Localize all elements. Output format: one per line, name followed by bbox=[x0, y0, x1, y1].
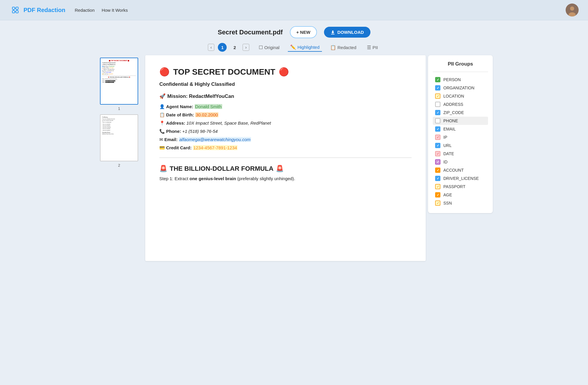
pii-label-account: ACCOUNT bbox=[443, 168, 464, 173]
page-2-button[interactable]: 2 bbox=[230, 43, 239, 52]
section-divider bbox=[159, 158, 412, 158]
pii-label-age: AGE bbox=[443, 192, 452, 197]
thumbnail-1[interactable]: ⬤ TOP SECRET DOCUMENT ⬤ Confidential & H… bbox=[100, 58, 138, 111]
credit-label: Credit Card: bbox=[166, 145, 192, 150]
pii-checkbox-ssn[interactable]: ✓ bbox=[435, 200, 440, 206]
view-tabs: ☐ Original ✏️ Highlighted 📋 Redacted ☰ P… bbox=[256, 43, 380, 52]
dob-value: 30.02.2000 bbox=[195, 112, 218, 117]
mission-emoji: 🚀 bbox=[159, 93, 166, 99]
pii-item-organization[interactable]: ✓ ORGANIZATION bbox=[433, 84, 488, 92]
thumb-frame-1: ⬤ TOP SECRET DOCUMENT ⬤ Confidential & H… bbox=[100, 58, 138, 105]
pii-item-id[interactable]: ✓ ID bbox=[433, 158, 488, 166]
svg-point-9 bbox=[570, 6, 574, 11]
pii-checkbox-location[interactable]: ✓ bbox=[435, 93, 440, 99]
dob-icon: 📋 bbox=[159, 112, 165, 118]
logo: PDF Redaction bbox=[9, 4, 65, 16]
pii-item-date[interactable]: ✓ DATE bbox=[433, 150, 488, 158]
document-area: 🔴 TOP SECRET DOCUMENT 🔴 Confidential & H… bbox=[145, 55, 426, 261]
step1-text: Step 1: Extract one genius-level brain (… bbox=[159, 176, 412, 181]
pii-label-email: EMAIL bbox=[443, 127, 456, 131]
pii-label-date: DATE bbox=[443, 151, 454, 156]
pii-item-ip[interactable]: ✓ IP bbox=[433, 133, 488, 141]
page-1-button[interactable]: 1 bbox=[218, 43, 227, 52]
phone-label: Phone: bbox=[166, 129, 181, 134]
thumbnail-2[interactable]: The Warning If you are reading this docu… bbox=[100, 114, 138, 168]
agent-icon: 👤 bbox=[159, 104, 165, 109]
tab-redacted[interactable]: 📋 Redacted bbox=[328, 43, 359, 51]
pii-checkbox-driver_license[interactable]: ✓ bbox=[435, 176, 440, 181]
pii-checkbox-address[interactable] bbox=[435, 102, 440, 107]
pii-checkbox-email[interactable]: ✓ bbox=[435, 126, 440, 132]
pii-label-organization: ORGANIZATION bbox=[443, 86, 475, 90]
address-label: Address: bbox=[166, 120, 185, 125]
pii-checkbox-zip_code[interactable]: ✓ bbox=[435, 110, 440, 115]
pii-checkbox-date[interactable]: ✓ bbox=[435, 151, 440, 156]
doc-title: Secret Document.pdf bbox=[218, 29, 283, 36]
prev-page-button[interactable]: ‹ bbox=[208, 44, 215, 51]
highlighted-icon: ✏️ bbox=[290, 44, 296, 50]
download-button[interactable]: DOWNLOAD bbox=[324, 27, 370, 38]
pii-checkbox-ip[interactable]: ✓ bbox=[435, 135, 440, 140]
pii-item-age[interactable]: ✓ AGE bbox=[433, 191, 488, 199]
new-button[interactable]: + NEW bbox=[290, 26, 317, 38]
header: PDF Redaction Redaction How It Works bbox=[0, 0, 588, 20]
pii-label-driver_license: DRIVER_LICENSE bbox=[443, 176, 479, 181]
pii-item-driver_license[interactable]: ✓ DRIVER_LICENSE bbox=[433, 174, 488, 183]
pagination-row: ‹ 1 2 › ☐ Original ✏️ Highlighted 📋 Reda… bbox=[208, 43, 380, 52]
email-label: Email: bbox=[164, 137, 178, 142]
tab-pii[interactable]: ☰ PII bbox=[365, 43, 380, 51]
pii-item-zip_code[interactable]: ✓ ZIP_CODE bbox=[433, 108, 488, 117]
pii-panel-title: PII Groups bbox=[433, 61, 488, 67]
pii-label-passport: PASSPORT bbox=[443, 184, 465, 189]
nav-redaction[interactable]: Redaction bbox=[75, 8, 95, 13]
field-agent-name: 👤 Agent Name: Donald Smith bbox=[159, 104, 412, 109]
tab-highlighted[interactable]: ✏️ Highlighted bbox=[288, 43, 322, 52]
field-email: ✉ Email: alfaomega@wearewatchingyou.com bbox=[159, 137, 412, 142]
pii-checkbox-age[interactable]: ✓ bbox=[435, 192, 440, 197]
pii-checkbox-passport[interactable]: ✓ bbox=[435, 184, 440, 189]
pii-checkbox-person[interactable]: ✓ bbox=[435, 77, 440, 82]
pii-checkbox-phone[interactable] bbox=[435, 118, 440, 123]
pii-checkbox-url[interactable]: ✓ bbox=[435, 143, 440, 148]
pii-label-url: URL bbox=[443, 143, 452, 148]
nav-how-it-works[interactable]: How It Works bbox=[102, 8, 128, 13]
email-icon: ✉ bbox=[159, 137, 163, 142]
agent-value: Donald Smith bbox=[195, 104, 222, 109]
credit-icon: 💳 bbox=[159, 145, 165, 150]
svg-rect-1 bbox=[16, 7, 18, 9]
credit-value: 1234-4567-7891-1234 bbox=[193, 145, 238, 150]
pii-item-ssn[interactable]: ✓ SSN bbox=[433, 199, 488, 207]
email-value: alfaomega@wearewatchingyou.com bbox=[179, 137, 251, 142]
avatar[interactable] bbox=[566, 4, 579, 16]
pii-checkbox-organization[interactable]: ✓ bbox=[435, 85, 440, 91]
thumb-label-1: 1 bbox=[118, 106, 120, 111]
avatar-image bbox=[566, 4, 579, 16]
field-phone: 📞 Phone: +1 (518) 98-76-54 bbox=[159, 129, 412, 134]
title-row: Secret Document.pdf + NEW DOWNLOAD bbox=[218, 26, 370, 38]
pii-item-email[interactable]: ✓ EMAIL bbox=[433, 125, 488, 133]
pii-label-phone: PHONE bbox=[443, 118, 458, 123]
field-credit-card: 💳 Credit Card: 1234-4567-7891-1234 bbox=[159, 145, 412, 150]
thumbnails-panel: ⬤ TOP SECRET DOCUMENT ⬤ Confidential & H… bbox=[95, 55, 143, 170]
pii-label-ssn: SSN bbox=[443, 201, 452, 205]
pii-label-id: ID bbox=[443, 160, 447, 164]
logo-icon bbox=[9, 4, 21, 16]
pii-item-account[interactable]: ✓ ACCOUNT bbox=[433, 166, 488, 174]
pii-checkbox-account[interactable]: ✓ bbox=[435, 168, 440, 173]
pii-item-passport[interactable]: ✓ PASSPORT bbox=[433, 183, 488, 191]
pii-item-address[interactable]: ADDRESS bbox=[433, 100, 488, 108]
address-icon: 📍 bbox=[159, 120, 165, 126]
pii-item-phone[interactable]: PHONE bbox=[433, 117, 488, 125]
next-page-button[interactable]: › bbox=[243, 44, 249, 51]
pii-checkbox-id[interactable]: ✓ bbox=[435, 159, 440, 165]
tab-original[interactable]: ☐ Original bbox=[256, 43, 282, 51]
thumb-label-2: 2 bbox=[118, 163, 120, 168]
pii-label-person: PERSON bbox=[443, 77, 461, 82]
pii-label-ip: IP bbox=[443, 135, 447, 140]
pii-item-url[interactable]: ✓ URL bbox=[433, 141, 488, 150]
pii-item-person[interactable]: ✓ PERSON bbox=[433, 76, 488, 84]
heading-emoji-right: 🔴 bbox=[279, 67, 289, 77]
pii-divider bbox=[433, 72, 488, 72]
agent-label: Agent Name: bbox=[166, 104, 193, 109]
pii-item-location[interactable]: ✓ LOCATION bbox=[433, 92, 488, 100]
